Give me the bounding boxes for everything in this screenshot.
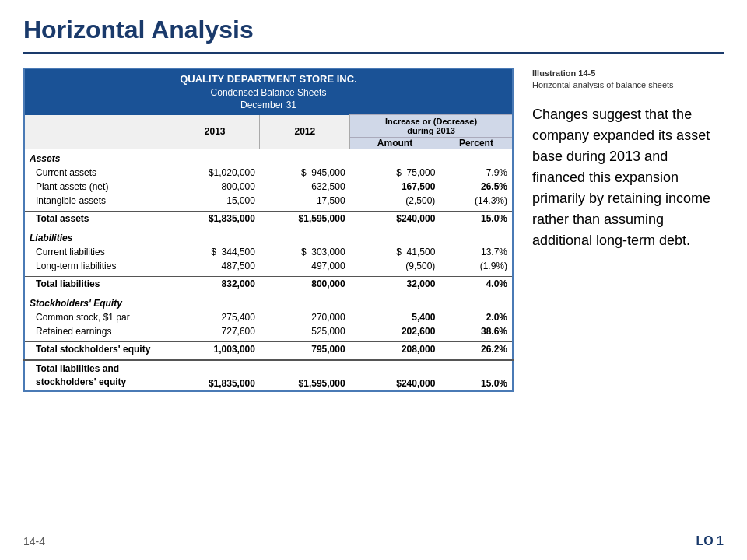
- retained-earnings-percent: 38.6%: [440, 324, 513, 338]
- plant-assets-2013: 800,000: [170, 180, 260, 194]
- table-company-header: QUALITY DEPARTMENT STORE INC.: [24, 68, 513, 86]
- common-stock-row: Common stock, $1 par 275,400 270,000 5,4…: [24, 310, 513, 324]
- plant-assets-label: Plant assets (net): [24, 180, 170, 194]
- assets-label: Assets: [24, 149, 513, 166]
- common-stock-amount: 5,400: [350, 310, 440, 324]
- total-assets-row: Total assets $1,835,000 $1,595,000 $240,…: [24, 212, 513, 226]
- percent-header: Percent: [440, 138, 513, 149]
- footer: 14-4 LO 1: [23, 534, 724, 548]
- grand-total-2012: $1,595,000: [260, 360, 350, 391]
- current-liabilities-2013: $ 344,500: [170, 245, 260, 259]
- right-section: Illustration 14-5 Horizontal analysis of…: [532, 68, 724, 251]
- common-stock-2013: 275,400: [170, 310, 260, 324]
- table-subtitle2: December 31: [24, 99, 513, 115]
- year2013-header: 2013: [170, 115, 260, 149]
- plant-assets-2012: 632,500: [260, 180, 350, 194]
- longterm-liabilities-2012: 497,000: [260, 259, 350, 273]
- current-assets-percent: 7.9%: [440, 166, 513, 180]
- intangible-assets-2012: 17,500: [260, 194, 350, 208]
- longterm-liabilities-2013: 487,500: [170, 259, 260, 273]
- liabilities-header: Liabilities: [24, 229, 513, 245]
- total-equity-2012: 795,000: [260, 342, 350, 357]
- current-assets-amount: $ 75,000: [350, 166, 440, 180]
- common-stock-percent: 2.0%: [440, 310, 513, 324]
- illustration-title: Illustration 14-5: [532, 68, 724, 79]
- total-assets-amount: $240,000: [350, 212, 440, 226]
- illustration-subtitle: Horizontal analysis of balance sheets: [532, 79, 724, 91]
- lo-label: LO 1: [696, 534, 724, 548]
- longterm-liabilities-percent: (1.9%): [440, 259, 513, 273]
- common-stock-label: Common stock, $1 par: [24, 310, 170, 324]
- retained-earnings-amount: 202,600: [350, 324, 440, 338]
- longterm-liabilities-amount: (9,500): [350, 259, 440, 273]
- year2012-header: 2012: [260, 115, 350, 149]
- description-text: Changes suggest that the company expande…: [532, 104, 724, 251]
- current-liabilities-row: Current liabilities $ 344,500 $ 303,000 …: [24, 245, 513, 259]
- current-liabilities-percent: 13.7%: [440, 245, 513, 259]
- title-divider: [23, 52, 724, 54]
- page-container: Horizontal Analysis QUALITY DEPARTMENT S…: [0, 0, 747, 560]
- grand-total-amount: $240,000: [350, 360, 440, 391]
- table-section: QUALITY DEPARTMENT STORE INC. Condensed …: [23, 68, 514, 392]
- longterm-liabilities-label: Long-term liabilities: [24, 259, 170, 273]
- total-equity-label: Total stockholders' equity: [24, 342, 170, 357]
- retained-earnings-2012: 525,000: [260, 324, 350, 338]
- plant-assets-percent: 26.5%: [440, 180, 513, 194]
- empty-header: [24, 115, 170, 149]
- illustration-label: Illustration 14-5 Horizontal analysis of…: [532, 68, 724, 92]
- table-subtitle2-row: December 31: [24, 99, 513, 115]
- current-liabilities-2012: $ 303,000: [260, 245, 350, 259]
- current-liabilities-label: Current liabilities: [24, 245, 170, 259]
- grand-total-2013: $1,835,000: [170, 360, 260, 391]
- longterm-liabilities-row: Long-term liabilities 487,500 497,000 (9…: [24, 259, 513, 273]
- balance-sheet-table: QUALITY DEPARTMENT STORE INC. Condensed …: [23, 68, 514, 392]
- page-title: Horizontal Analysis: [23, 16, 724, 44]
- retained-earnings-label: Retained earnings: [24, 324, 170, 338]
- plant-assets-row: Plant assets (net) 800,000 632,500 167,5…: [24, 180, 513, 194]
- assets-header: Assets: [24, 149, 513, 166]
- retained-earnings-row: Retained earnings 727,600 525,000 202,60…: [24, 324, 513, 338]
- total-equity-amount: 208,000: [350, 342, 440, 357]
- company-name: QUALITY DEPARTMENT STORE INC.: [24, 68, 513, 86]
- table-subtitle1-row: Condensed Balance Sheets: [24, 86, 513, 99]
- total-equity-row: Total stockholders' equity 1,003,000 795…: [24, 342, 513, 357]
- grand-total-percent: 15.0%: [440, 360, 513, 391]
- increase-header: Increase or (Decrease) during 2013: [350, 115, 513, 138]
- common-stock-2012: 270,000: [260, 310, 350, 324]
- total-assets-label: Total assets: [24, 212, 170, 226]
- total-liabilities-2012: 800,000: [260, 277, 350, 292]
- total-equity-2013: 1,003,000: [170, 342, 260, 357]
- plant-assets-amount: 167,500: [350, 180, 440, 194]
- equity-label: Stockholders' Equity: [24, 295, 513, 310]
- liabilities-label: Liabilities: [24, 229, 513, 245]
- total-liabilities-label: Total liabilities: [24, 277, 170, 292]
- current-assets-2013: $1,020,000: [170, 166, 260, 180]
- col-headers-row1: 2013 2012 Increase or (Decrease) during …: [24, 115, 513, 138]
- total-liabilities-percent: 4.0%: [440, 277, 513, 292]
- current-assets-2012: $ 945,000: [260, 166, 350, 180]
- intangible-assets-label: Intangible assets: [24, 194, 170, 208]
- intangible-assets-row: Intangible assets 15,000 17,500 (2,500) …: [24, 194, 513, 208]
- intangible-assets-2013: 15,000: [170, 194, 260, 208]
- total-assets-2012: $1,595,000: [260, 212, 350, 226]
- total-equity-percent: 26.2%: [440, 342, 513, 357]
- intangible-assets-amount: (2,500): [350, 194, 440, 208]
- grand-total-label: Total liabilities andstockholders' equit…: [24, 360, 170, 391]
- current-assets-label: Current assets: [24, 166, 170, 180]
- retained-earnings-2013: 727,600: [170, 324, 260, 338]
- intangible-assets-percent: (14.3%): [440, 194, 513, 208]
- equity-header: Stockholders' Equity: [24, 295, 513, 310]
- table-body: Assets Current assets $1,020,000 $ 945,0…: [24, 149, 513, 391]
- grand-total-row: Total liabilities andstockholders' equit…: [24, 360, 513, 391]
- total-liabilities-2013: 832,000: [170, 277, 260, 292]
- total-liabilities-row: Total liabilities 832,000 800,000 32,000…: [24, 277, 513, 292]
- slide-number: 14-4: [23, 535, 45, 548]
- total-liabilities-amount: 32,000: [350, 277, 440, 292]
- main-content: QUALITY DEPARTMENT STORE INC. Condensed …: [23, 68, 724, 392]
- total-assets-2013: $1,835,000: [170, 212, 260, 226]
- table-subtitle1: Condensed Balance Sheets: [24, 86, 513, 99]
- current-assets-row: Current assets $1,020,000 $ 945,000 $ 75…: [24, 166, 513, 180]
- current-liabilities-amount: $ 41,500: [350, 245, 440, 259]
- total-assets-percent: 15.0%: [440, 212, 513, 226]
- amount-header: Amount: [350, 138, 440, 149]
